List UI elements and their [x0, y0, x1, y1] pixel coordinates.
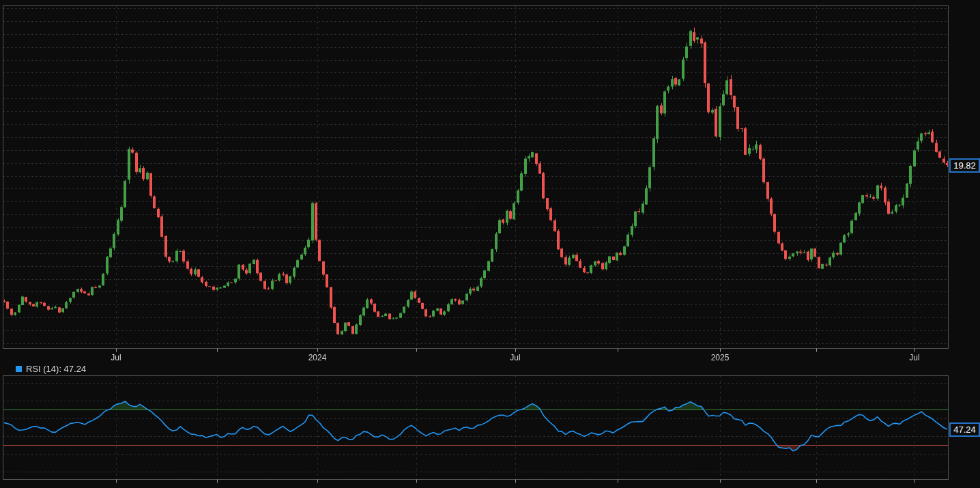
time-axis-label: 2025: [711, 353, 730, 362]
price-chart-canvas[interactable]: [0, 0, 980, 488]
time-axis-label: Jul: [510, 353, 520, 362]
price-badge-value: 19.82: [953, 160, 976, 171]
time-axis-label: 2024: [308, 353, 327, 362]
rsi-legend-swatch-icon: [16, 366, 22, 372]
time-axis[interactable]: Jul2024Jul2025Jul: [0, 349, 949, 364]
rsi-badge-value: 47.24: [953, 425, 976, 435]
rsi-axis[interactable]: 100.0080.0060.0040.0020.000.00: [949, 0, 980, 488]
price-badge: 19.82: [949, 158, 980, 173]
time-axis-label: Jul: [909, 353, 919, 362]
rsi-legend[interactable]: RSI (14): 47.24: [16, 364, 86, 374]
rsi-legend-label: RSI (14): 47.24: [26, 364, 86, 374]
time-axis-label: Jul: [111, 353, 121, 362]
rsi-badge: 47.24: [949, 422, 980, 437]
chart-window: 32.0031.0030.0029.0028.0027.0026.0025.00…: [0, 0, 980, 488]
